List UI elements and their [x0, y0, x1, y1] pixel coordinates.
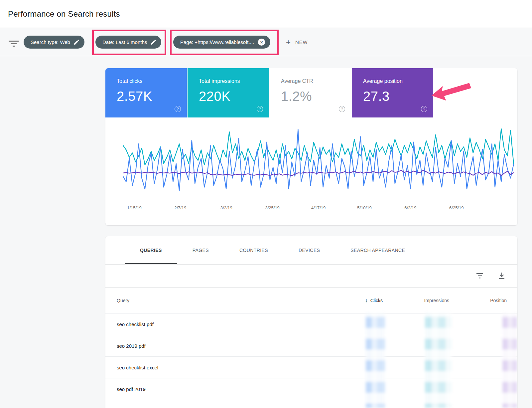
- help-icon[interactable]: ?: [175, 106, 181, 112]
- new-filter-button[interactable]: + NEW: [286, 36, 308, 49]
- column-header-clicks[interactable]: ↓ Clicks: [323, 298, 383, 304]
- table-row-partial[interactable]: [105, 400, 517, 408]
- new-filter-label: NEW: [295, 39, 308, 45]
- chip-page-filter[interactable]: Page: +https://www.reliablesoft.... ×: [173, 36, 270, 49]
- x-axis-label: 4/17/19: [311, 205, 326, 210]
- download-icon[interactable]: [498, 272, 505, 280]
- x-axis-label: 3/25/19: [265, 205, 279, 210]
- x-axis-label: 6/25/19: [449, 205, 464, 210]
- metric-value: 2.57K: [117, 89, 187, 104]
- filter-bar: Search type: Web Date: Last 6 months Pag…: [0, 28, 532, 56]
- metric-label: Average CTR: [281, 78, 351, 84]
- x-axis-label: 3/2/19: [220, 205, 232, 210]
- tab-label: DEVICES: [299, 248, 320, 253]
- x-axis-label: 6/2/19: [404, 205, 416, 210]
- query-cell: seo checklist pdf: [117, 321, 154, 327]
- column-header-impressions[interactable]: Impressions: [383, 298, 449, 303]
- metric-label: Total impressions: [199, 78, 269, 84]
- annotation-arrow-icon: [431, 82, 472, 102]
- query-cell: seo checklist excel: [117, 365, 158, 370]
- main-content: Total clicks 2.57K ? Total impressions 2…: [0, 56, 532, 408]
- tab-countries[interactable]: COUNTRIES: [224, 236, 283, 264]
- sort-desc-icon: ↓: [365, 298, 368, 304]
- chart-x-axis-labels: 1/15/192/7/193/2/193/25/194/17/195/10/19…: [105, 205, 517, 212]
- filter-table-icon[interactable]: [476, 272, 483, 280]
- page-title: Performance on Search results: [8, 9, 532, 19]
- chip-date-filter[interactable]: Date: Last 6 months: [95, 36, 161, 49]
- help-icon[interactable]: ?: [339, 106, 345, 112]
- metric-card-average-position[interactable]: Average position 27.3 ?: [352, 68, 433, 117]
- metric-label: Average position: [363, 78, 433, 84]
- help-icon[interactable]: ?: [257, 106, 263, 112]
- table-row[interactable]: seo pdf 2019: [105, 378, 517, 400]
- column-header-position[interactable]: Position: [449, 298, 507, 303]
- tab-search-appearance[interactable]: SEARCH APPEARANCE: [335, 236, 420, 264]
- metric-cards-row: Total clicks 2.57K ? Total impressions 2…: [105, 68, 433, 117]
- metric-value: 220K: [199, 89, 269, 104]
- tab-label: QUERIES: [140, 248, 162, 253]
- table-row[interactable]: seo 2019 pdf: [105, 335, 517, 356]
- table-header-row: Query ↓ Clicks Impressions Position: [105, 287, 517, 313]
- help-icon[interactable]: ?: [421, 106, 427, 112]
- table-row[interactable]: seo checklist pdf: [105, 313, 517, 335]
- tab-devices[interactable]: DEVICES: [283, 236, 335, 264]
- column-header-query[interactable]: Query: [117, 298, 323, 303]
- edit-icon: [74, 40, 79, 45]
- metric-card-average-ctr[interactable]: Average CTR 1.2% ?: [270, 68, 351, 117]
- filter-list-icon[interactable]: [9, 40, 19, 47]
- metric-card-total-clicks[interactable]: Total clicks 2.57K ?: [105, 68, 187, 117]
- query-cell: seo pdf 2019: [117, 386, 146, 392]
- queries-table-card: QUERIES PAGES COUNTRIES DEVICES SEARCH A…: [105, 236, 517, 408]
- tab-pages[interactable]: PAGES: [177, 236, 224, 264]
- close-icon[interactable]: ×: [258, 39, 265, 46]
- chip-search-type[interactable]: Search type: Web: [24, 36, 84, 49]
- tab-label: PAGES: [193, 248, 209, 253]
- tab-label: SEARCH APPEARANCE: [350, 248, 405, 253]
- page-header: Performance on Search results: [0, 0, 532, 28]
- metric-card-total-impressions[interactable]: Total impressions 220K ?: [188, 68, 269, 117]
- metric-value: 1.2%: [281, 89, 351, 104]
- chip-search-type-label: Search type: Web: [31, 39, 70, 45]
- x-axis-label: 5/10/19: [357, 205, 371, 210]
- x-axis-label: 2/7/19: [174, 205, 186, 210]
- table-body: seo checklist pdf seo 2019 pdf seo check…: [105, 313, 517, 408]
- query-cell: seo 2019 pdf: [117, 343, 146, 349]
- table-row[interactable]: seo checklist excel: [105, 356, 517, 378]
- tab-queries[interactable]: QUERIES: [125, 236, 177, 264]
- metric-value: 27.3: [363, 89, 433, 104]
- dimension-tabs: QUERIES PAGES COUNTRIES DEVICES SEARCH A…: [105, 236, 517, 265]
- chip-date-label: Date: Last 6 months: [102, 39, 147, 45]
- performance-summary-card: Total clicks 2.57K ? Total impressions 2…: [105, 68, 517, 225]
- edit-icon: [151, 40, 156, 45]
- tab-label: COUNTRIES: [239, 248, 268, 253]
- plus-icon: +: [286, 38, 291, 46]
- table-toolbar: [105, 265, 517, 287]
- metric-label: Total clicks: [117, 78, 187, 84]
- chip-page-label: Page: +https://www.reliablesoft....: [180, 39, 254, 45]
- column-header-label: Clicks: [370, 298, 383, 303]
- performance-chart[interactable]: [123, 126, 514, 198]
- x-axis-label: 1/15/19: [127, 205, 141, 210]
